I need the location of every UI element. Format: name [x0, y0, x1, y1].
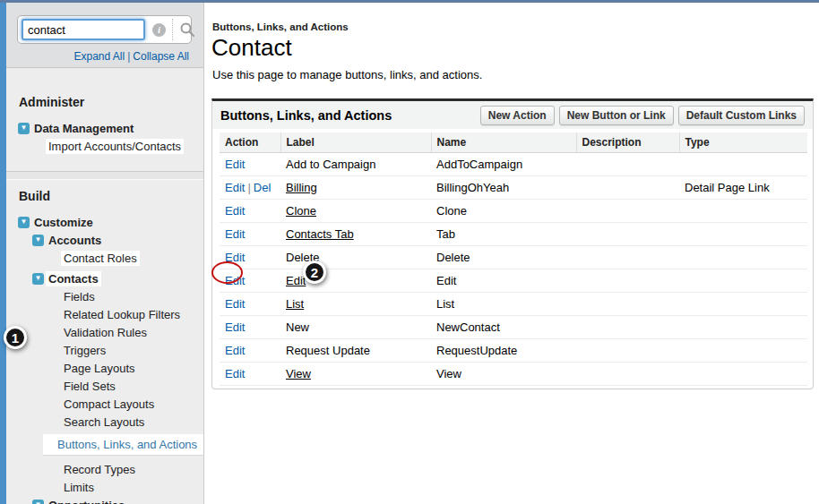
sidebar-item-search-layouts[interactable]: Search Layouts [6, 413, 203, 431]
section-buttons: New Action New Button or Link Default Cu… [480, 106, 805, 125]
search-divider [172, 19, 173, 40]
description-cell [576, 269, 679, 293]
edit-link[interactable]: Edit [225, 320, 245, 334]
name-cell: RequestUpdate [431, 339, 576, 363]
sidebar-item-opportunities[interactable]: ▼ Opportunities [6, 496, 203, 504]
name-cell: NewContact [431, 316, 576, 339]
nav-heading-administer: Administer [6, 95, 203, 109]
tree-controls: Expand All|Collapse All [12, 50, 197, 63]
step-2-badge: 2 [303, 261, 326, 284]
setup-search-input[interactable] [22, 19, 145, 40]
sidebar-item-accounts[interactable]: ▼ Accounts [6, 231, 203, 249]
left-accent-strip [0, 0, 6, 504]
sidebar-item-related-lookup-filters[interactable]: Related Lookup Filters [6, 305, 203, 323]
sidebar-item-buttons-links-actions-selected[interactable]: Buttons, Links, and Actions [43, 434, 203, 456]
description-cell [576, 246, 679, 269]
sidebar-item-data-management[interactable]: ▼ Data Management [6, 119, 203, 137]
description-cell [576, 200, 679, 223]
label-link[interactable]: Billing [286, 181, 317, 194]
edit-link[interactable]: Edit [225, 344, 245, 357]
sidebar-item-contact-roles[interactable]: Contact Roles [6, 249, 203, 267]
chevron-down-icon[interactable]: ▼ [32, 235, 44, 246]
description-cell [576, 316, 679, 339]
label-link[interactable]: List [286, 297, 304, 311]
label-link[interactable]: Contacts Tab [286, 227, 354, 241]
type-cell [679, 246, 807, 269]
sidebar-item-contacts[interactable]: ▼ Contacts [6, 269, 203, 287]
column-header-type: Type [679, 132, 807, 153]
edit-link[interactable]: Edit [225, 158, 245, 171]
sidebar-item-limits[interactable]: Limits [6, 478, 203, 496]
table-row: Edit Clone Clone [220, 200, 807, 223]
edit-link[interactable]: Edit [225, 367, 245, 380]
chevron-down-icon[interactable]: ▼ [32, 273, 44, 285]
setup-nav-tree: Administer ▼ Data Management Import Acco… [6, 95, 203, 504]
sidebar-item-validation-rules[interactable]: Validation Rules [6, 323, 203, 341]
sidebar-item-triggers[interactable]: Triggers [6, 341, 203, 359]
edit-link[interactable]: Edit [225, 181, 245, 194]
description-cell [576, 293, 679, 316]
edit-link[interactable]: Edit [225, 227, 245, 241]
sidebar-item-page-layouts[interactable]: Page Layouts [6, 359, 203, 377]
table-row: Edit View View [220, 363, 807, 386]
label-text: Add to Campaign [286, 158, 375, 171]
type-cell [679, 293, 807, 316]
sidebar-item-import-accounts-contacts[interactable]: Import Accounts/Contacts [6, 137, 203, 155]
page-description: Use this page to manage buttons, links, … [212, 68, 482, 81]
table-row: Edit New NewContact [220, 316, 807, 339]
default-custom-links-button[interactable]: Default Custom Links [678, 106, 805, 125]
name-cell: Delete [431, 246, 576, 269]
new-button-or-link-button[interactable]: New Button or Link [559, 106, 674, 125]
search-icon[interactable] [179, 21, 195, 38]
name-cell: Clone [431, 200, 576, 223]
info-icon[interactable]: i [152, 23, 166, 37]
column-header-label: Label [280, 132, 431, 153]
column-header-description: Description [576, 132, 679, 153]
expand-all-link[interactable]: Expand All [73, 50, 125, 63]
edit-link[interactable]: Edit [225, 297, 245, 311]
main-content: Buttons, Links, and Actions Contact Use … [204, 3, 819, 504]
table-row: Edit Request Update RequestUpdate [220, 339, 807, 363]
buttons-links-actions-table: Action Label Name Description Type Edit … [220, 132, 807, 386]
label-link[interactable]: View [286, 367, 311, 380]
name-cell: List [431, 293, 576, 316]
sidebar-item-record-types[interactable]: Record Types [6, 460, 203, 478]
section-divider [6, 171, 203, 180]
name-cell: Tab [431, 223, 576, 246]
name-cell: Edit [431, 269, 576, 293]
chevron-down-icon[interactable]: ▼ [18, 123, 30, 134]
buttons-links-actions-section: Buttons, Links, and Actions New Action N… [211, 98, 814, 389]
highlight-circle-annotation [211, 261, 243, 284]
nav-heading-build: Build [6, 189, 203, 203]
description-cell [576, 223, 679, 246]
window-top-bar [0, 0, 819, 3]
table-header-row: Action Label Name Description Type [220, 132, 807, 153]
description-cell [576, 153, 679, 176]
type-cell [679, 339, 807, 363]
type-cell [679, 316, 807, 339]
type-cell [679, 200, 807, 223]
sidebar-item-compact-layouts[interactable]: Compact Layouts [6, 395, 203, 413]
type-cell [679, 223, 807, 246]
chevron-down-icon[interactable]: ▼ [18, 217, 30, 228]
setup-sidebar: i Expand All|Collapse All Administer ▼ D… [6, 3, 204, 504]
column-header-action: Action [220, 132, 280, 153]
sidebar-item-fields[interactable]: Fields [6, 287, 203, 305]
search-box: i [17, 15, 192, 44]
step-1-badge: 1 [4, 326, 27, 349]
new-action-button[interactable]: New Action [480, 106, 555, 125]
edit-link[interactable]: Edit [225, 204, 245, 218]
collapse-all-link[interactable]: Collapse All [133, 50, 189, 63]
sidebar-search-panel: i Expand All|Collapse All [6, 3, 203, 68]
type-cell [679, 363, 807, 386]
label-link[interactable]: Clone [286, 204, 316, 218]
chevron-down-icon[interactable]: ▼ [32, 500, 44, 504]
table-row: Edit Contacts Tab Tab [220, 223, 807, 246]
links-separator: | [127, 50, 130, 63]
sidebar-item-field-sets[interactable]: Field Sets [6, 377, 203, 395]
name-cell: View [431, 363, 576, 386]
del-link[interactable]: Del [254, 181, 272, 194]
description-cell [576, 176, 679, 200]
sidebar-item-customize[interactable]: ▼ Customize [6, 213, 203, 231]
links-separator: | [247, 181, 250, 194]
